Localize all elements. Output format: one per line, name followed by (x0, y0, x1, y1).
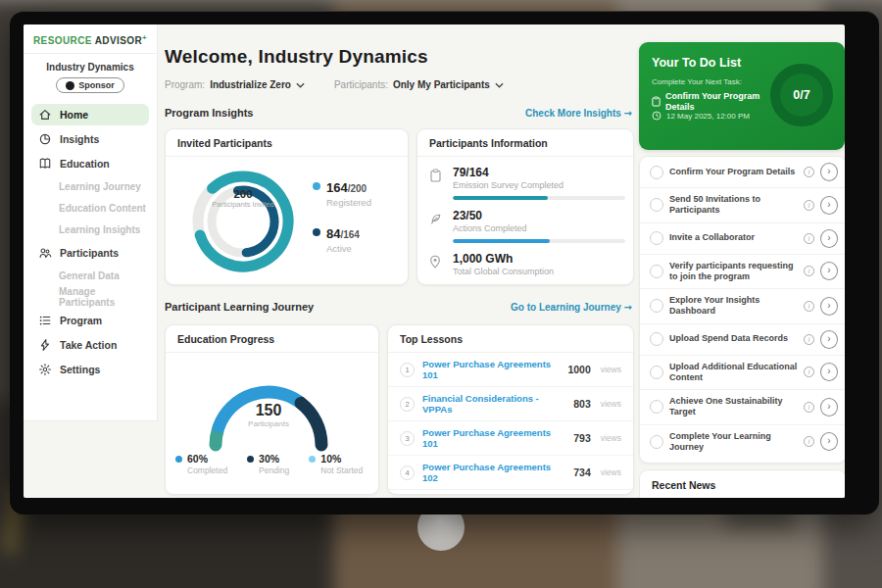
sponsor-badge[interactable]: Sponsor (56, 77, 124, 93)
task-checkbox[interactable] (650, 265, 663, 278)
task-open-button[interactable]: › (820, 229, 838, 248)
legend-text: 164/200Registered (326, 178, 371, 208)
lesson-rank: 1 (400, 363, 415, 377)
info-icon[interactable]: i (804, 301, 814, 312)
task-open-button[interactable]: › (820, 262, 838, 280)
clipboard-icon (652, 96, 661, 107)
education-icon (37, 157, 52, 172)
task-open-button[interactable]: › (820, 163, 838, 181)
sidebar-item-general-data[interactable]: General Data (31, 266, 149, 285)
info-icon[interactable]: i (804, 233, 814, 244)
task-checkbox[interactable] (650, 166, 663, 179)
info-icon[interactable]: i (804, 200, 814, 211)
sidebar-item-learning-insights[interactable]: Learning Insights (31, 220, 149, 239)
invited-participants-card: Invited Participants 200 Participants In… (165, 128, 409, 285)
participants-dropdown[interactable]: Participants: Only My Participants (334, 79, 504, 90)
task-open-button[interactable]: › (820, 398, 838, 416)
legend-den: /200 (348, 183, 367, 194)
legend-value: 10% (309, 453, 363, 465)
info-value: 79/164 (453, 166, 625, 179)
todo-progress-ring: 0/7 (770, 64, 833, 126)
sidebar-item-insights[interactable]: Insights (31, 128, 149, 150)
sidebar-item-education-content[interactable]: Education Content (31, 198, 149, 218)
task-label: Upload Spend Data Records (669, 333, 798, 344)
donut-legend-item: 164/200Registered (313, 178, 371, 208)
donut-legend: 164/200Registered84/164Active (313, 178, 371, 270)
todo-task-verify-participants-requesting-to-join-the-program[interactable]: Verify participants requesting to join t… (640, 254, 845, 289)
info-row-body: 1,000 GWhTotal Global Consumption (453, 252, 619, 276)
task-open-button[interactable]: › (820, 297, 838, 316)
task-checkbox[interactable] (650, 366, 663, 379)
gauge-legend-item-completed: 60%Completed (175, 453, 227, 475)
todo-task-explore-your-insights-dashboard[interactable]: Explore Your Insights Dashboardi› (640, 288, 845, 323)
task-open-button[interactable]: › (820, 432, 838, 451)
chevron-down-icon (495, 82, 504, 88)
task-open-button[interactable]: › (820, 196, 838, 215)
go-to-learning-journey-link[interactable]: Go to Learning Journey → (511, 302, 632, 313)
participants-icon (37, 246, 52, 261)
progress-bar (453, 239, 625, 243)
task-checkbox[interactable] (650, 332, 663, 346)
info-icon[interactable]: i (804, 436, 814, 447)
program-dropdown[interactable]: Program: Industrialize Zero (165, 79, 305, 90)
sidebar-item-learning-journey[interactable]: Learning Journey (31, 176, 149, 196)
sidebar-item-settings[interactable]: Settings (31, 359, 149, 380)
lesson-link[interactable]: Power Purchase Agreements 101 (422, 359, 560, 380)
todo-task-confirm-your-program-details[interactable]: Confirm Your Program Detailsi› (640, 157, 845, 187)
lesson-row: 4Power Purchase Agreements 102734views (388, 455, 633, 489)
task-checkbox[interactable] (650, 400, 663, 414)
lesson-views-suffix: views (601, 467, 621, 477)
sidebar-item-participants[interactable]: Participants (31, 242, 149, 264)
legend-label: Active (326, 243, 360, 254)
lesson-link[interactable]: Power Purchase Agreements 103 (422, 496, 565, 498)
task-checkbox[interactable] (650, 231, 663, 245)
lesson-link[interactable]: Power Purchase Agreements 102 (422, 462, 565, 483)
task-checkbox[interactable] (650, 198, 663, 212)
collapse-tasks-link[interactable]: Collapse Tasks ⌃ (640, 459, 845, 464)
sidebar-item-manage-participants[interactable]: Manage Participants (31, 287, 149, 307)
section-title-program-insights: Program Insights (165, 107, 253, 119)
lesson-link[interactable]: Financial Considerations - VPPAs (422, 393, 565, 415)
todo-task-send-50-invitations-to-participants[interactable]: Send 50 Invitations to Participantsi› (640, 187, 845, 222)
lesson-link[interactable]: Power Purchase Agreements 101 (422, 427, 565, 449)
lesson-views-value: 793 (573, 432, 591, 444)
recent-news-title: Recent News (640, 470, 845, 498)
sidebar-item-education[interactable]: Education (31, 153, 149, 174)
sidebar-nav: HomeInsightsEducationLearning JourneyEdu… (24, 104, 157, 380)
task-checkbox[interactable] (650, 435, 663, 449)
info-icon[interactable]: i (804, 266, 814, 276)
info-icon[interactable]: i (804, 167, 814, 177)
sidebar-item-label: Settings (60, 364, 100, 375)
todo-task-upload-spend-data-records[interactable]: Upload Spend Data Recordsi› (640, 323, 845, 355)
task-open-button[interactable]: › (820, 330, 838, 349)
legend-dot (313, 182, 320, 190)
info-value: 23/50 (453, 209, 625, 222)
info-label: Total Global Consumption (453, 267, 619, 276)
todo-task-achieve-one-sustainability-target[interactable]: Achieve One Sustainability Targeti› (640, 389, 845, 424)
task-open-button[interactable]: › (820, 363, 838, 381)
legend-value: 164/200 (326, 178, 371, 196)
legend-label: Pending (259, 466, 289, 475)
education-progress-title: Education Progress (166, 325, 378, 353)
logo-plus: + (142, 33, 147, 42)
info-icon[interactable]: i (804, 334, 814, 345)
todo-task-upload-additional-educational-content[interactable]: Upload Additional Educational Contenti› (640, 355, 845, 390)
program-label: Program: (165, 79, 205, 90)
task-checkbox[interactable] (650, 299, 663, 313)
sidebar-item-label: Education Content (59, 203, 146, 214)
check-more-insights-link[interactable]: Check More Insights → (525, 108, 632, 119)
sidebar-item-label: General Data (59, 270, 120, 281)
info-row-total-global-consumption: 1,000 GWhTotal Global Consumption (417, 243, 633, 276)
legend-value: 60% (175, 453, 227, 465)
todo-task-complete-your-learning-journey[interactable]: Complete Your Learning Journeyi› (640, 424, 845, 460)
sidebar-item-program[interactable]: Program (31, 310, 149, 331)
info-icon[interactable]: i (804, 367, 814, 377)
legend-dot (247, 456, 254, 463)
todo-next-task: Confirm Your Program Details (652, 91, 779, 113)
info-icon[interactable]: i (804, 402, 814, 413)
actions-icon (429, 209, 453, 243)
info-row-emission-survey-completed: 79/164Emission Survey Completed (417, 157, 633, 200)
sidebar-item-take-action[interactable]: Take Action (31, 334, 149, 356)
sidebar-item-home[interactable]: Home (31, 104, 149, 125)
todo-task-invite-a-collaborator[interactable]: Invite a Collaboratori› (640, 222, 845, 254)
